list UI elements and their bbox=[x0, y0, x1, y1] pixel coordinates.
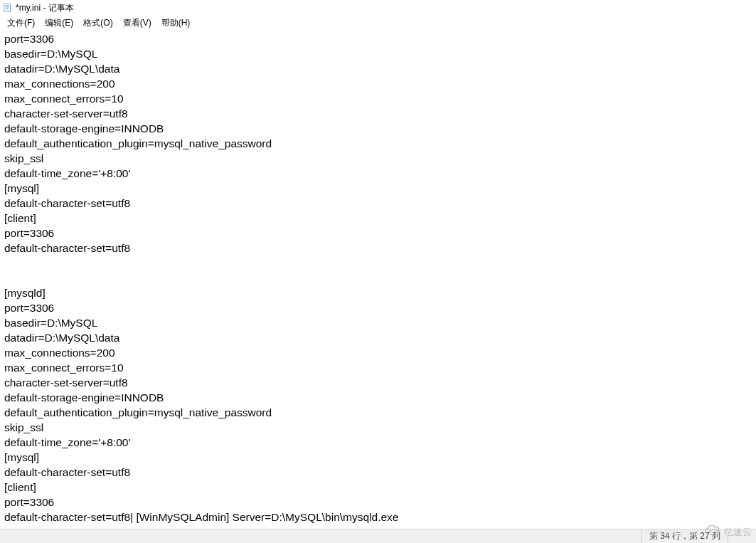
menu-edit[interactable]: 编辑(E) bbox=[41, 16, 78, 30]
menu-help[interactable]: 帮助(H) bbox=[157, 16, 195, 30]
title-appname: 记事本 bbox=[48, 3, 74, 13]
statusbar-empty bbox=[728, 529, 756, 543]
menu-file[interactable]: 文件(F) bbox=[3, 16, 39, 30]
titlebar: *my.ini - 记事本 bbox=[0, 0, 756, 16]
window-title: *my.ini - 记事本 bbox=[16, 2, 74, 14]
menu-view[interactable]: 查看(V) bbox=[119, 16, 156, 30]
statusbar-position: 第 34 行，第 27 列 bbox=[641, 529, 728, 543]
notepad-icon bbox=[3, 3, 13, 13]
title-filename: *my.ini bbox=[16, 3, 41, 13]
title-separator: - bbox=[41, 3, 48, 13]
statusbar: 第 34 行，第 27 列 bbox=[0, 529, 756, 543]
menu-format[interactable]: 格式(O) bbox=[79, 16, 117, 30]
menubar: 文件(F) 编辑(E) 格式(O) 查看(V) 帮助(H) bbox=[0, 16, 756, 30]
text-editor-area[interactable]: port=3306 basedir=D:\MySQL datadir=D:\My… bbox=[0, 30, 756, 529]
